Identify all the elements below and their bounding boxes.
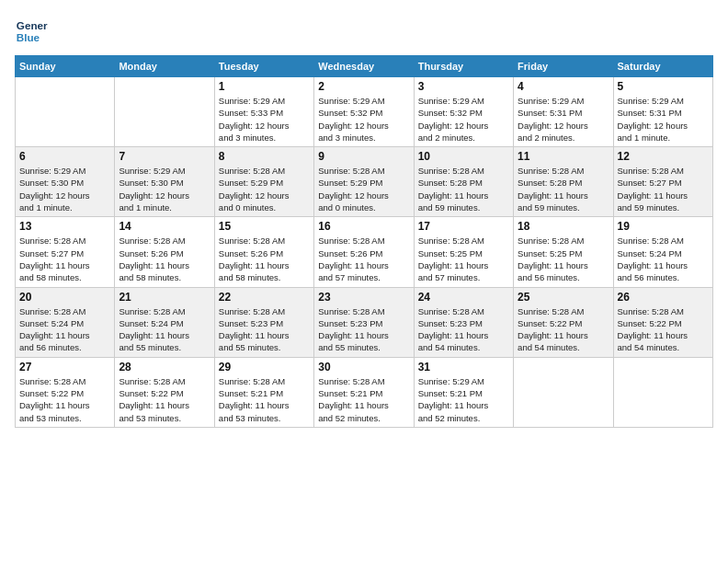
calendar-cell: 4Sunrise: 5:29 AM Sunset: 5:31 PM Daylig… [514,77,613,147]
day-number: 9 [318,150,409,163]
day-info: Sunrise: 5:28 AM Sunset: 5:26 PM Dayligh… [318,235,409,283]
day-number: 15 [219,220,310,233]
day-info: Sunrise: 5:28 AM Sunset: 5:29 PM Dayligh… [318,165,409,213]
calendar-table: SundayMondayTuesdayWednesdayThursdayFrid… [15,55,713,428]
calendar-header-row: SundayMondayTuesdayWednesdayThursdayFrid… [16,56,713,77]
calendar-cell: 23Sunrise: 5:28 AM Sunset: 5:23 PM Dayli… [314,287,414,357]
calendar-cell [514,357,613,427]
day-info: Sunrise: 5:29 AM Sunset: 5:32 PM Dayligh… [418,95,509,144]
day-number: 18 [518,220,609,233]
day-info: Sunrise: 5:28 AM Sunset: 5:21 PM Dayligh… [318,375,409,424]
day-header-saturday: Saturday [613,56,712,77]
calendar-cell: 25Sunrise: 5:28 AM Sunset: 5:22 PM Dayli… [514,287,613,357]
day-number: 30 [318,361,409,373]
day-number: 17 [418,220,509,233]
day-number: 8 [219,150,310,163]
day-number: 11 [518,150,609,163]
calendar-week-5: 27Sunrise: 5:28 AM Sunset: 5:22 PM Dayli… [16,357,713,427]
calendar-cell: 16Sunrise: 5:28 AM Sunset: 5:26 PM Dayli… [314,217,414,287]
day-number: 24 [418,291,509,304]
day-number: 2 [318,80,409,93]
calendar-cell: 19Sunrise: 5:28 AM Sunset: 5:24 PM Dayli… [613,217,712,287]
day-header-monday: Monday [115,56,214,77]
day-info: Sunrise: 5:29 AM Sunset: 5:30 PM Dayligh… [119,165,210,213]
day-info: Sunrise: 5:28 AM Sunset: 5:24 PM Dayligh… [19,305,110,354]
day-info: Sunrise: 5:28 AM Sunset: 5:25 PM Dayligh… [518,235,609,283]
day-number: 26 [618,291,709,304]
day-number: 14 [119,220,210,233]
day-number: 20 [19,291,110,304]
day-info: Sunrise: 5:28 AM Sunset: 5:23 PM Dayligh… [318,305,409,354]
day-info: Sunrise: 5:28 AM Sunset: 5:24 PM Dayligh… [618,235,709,283]
logo: General Blue [15,15,48,48]
svg-text:General: General [17,19,48,31]
day-info: Sunrise: 5:28 AM Sunset: 5:25 PM Dayligh… [418,235,509,283]
calendar-cell: 17Sunrise: 5:28 AM Sunset: 5:25 PM Dayli… [414,217,513,287]
day-info: Sunrise: 5:28 AM Sunset: 5:23 PM Dayligh… [418,305,509,354]
day-number: 10 [418,150,509,163]
day-number: 5 [618,80,709,93]
calendar-cell [16,77,115,147]
day-number: 22 [219,291,310,304]
calendar-cell: 11Sunrise: 5:28 AM Sunset: 5:28 PM Dayli… [514,147,613,217]
calendar-cell: 20Sunrise: 5:28 AM Sunset: 5:24 PM Dayli… [16,287,115,357]
day-number: 16 [318,220,409,233]
calendar-cell: 5Sunrise: 5:29 AM Sunset: 5:31 PM Daylig… [613,77,712,147]
day-number: 1 [219,80,310,93]
day-number: 6 [19,150,110,163]
calendar-cell: 28Sunrise: 5:28 AM Sunset: 5:22 PM Dayli… [115,357,214,427]
calendar-cell: 15Sunrise: 5:28 AM Sunset: 5:26 PM Dayli… [214,217,313,287]
day-info: Sunrise: 5:28 AM Sunset: 5:27 PM Dayligh… [19,235,110,283]
day-number: 4 [518,80,609,93]
calendar-cell: 14Sunrise: 5:28 AM Sunset: 5:26 PM Dayli… [115,217,214,287]
calendar-cell: 9Sunrise: 5:28 AM Sunset: 5:29 PM Daylig… [314,147,414,217]
calendar-cell [115,77,214,147]
svg-text:Blue: Blue [17,31,40,43]
day-header-sunday: Sunday [16,56,115,77]
day-header-tuesday: Tuesday [214,56,313,77]
day-number: 13 [19,220,110,233]
day-number: 19 [618,220,709,233]
day-number: 27 [19,361,110,373]
day-info: Sunrise: 5:28 AM Sunset: 5:22 PM Dayligh… [19,375,110,424]
day-info: Sunrise: 5:28 AM Sunset: 5:28 PM Dayligh… [418,165,509,213]
calendar-cell: 3Sunrise: 5:29 AM Sunset: 5:32 PM Daylig… [414,77,513,147]
calendar-cell: 26Sunrise: 5:28 AM Sunset: 5:22 PM Dayli… [613,287,712,357]
day-info: Sunrise: 5:29 AM Sunset: 5:21 PM Dayligh… [418,375,509,424]
calendar-cell: 18Sunrise: 5:28 AM Sunset: 5:25 PM Dayli… [514,217,613,287]
day-number: 12 [618,150,709,163]
day-info: Sunrise: 5:29 AM Sunset: 5:32 PM Dayligh… [318,95,409,144]
calendar-cell [613,357,712,427]
calendar-cell: 10Sunrise: 5:28 AM Sunset: 5:28 PM Dayli… [414,147,513,217]
day-info: Sunrise: 5:29 AM Sunset: 5:33 PM Dayligh… [219,95,310,144]
logo-icon: General Blue [15,15,48,48]
calendar-week-3: 13Sunrise: 5:28 AM Sunset: 5:27 PM Dayli… [16,217,713,287]
day-info: Sunrise: 5:29 AM Sunset: 5:30 PM Dayligh… [19,165,110,213]
day-number: 3 [418,80,509,93]
day-number: 21 [119,291,210,304]
day-number: 25 [518,291,609,304]
day-info: Sunrise: 5:28 AM Sunset: 5:27 PM Dayligh… [618,165,709,213]
day-info: Sunrise: 5:29 AM Sunset: 5:31 PM Dayligh… [518,95,609,144]
calendar-cell: 21Sunrise: 5:28 AM Sunset: 5:24 PM Dayli… [115,287,214,357]
calendar-cell: 2Sunrise: 5:29 AM Sunset: 5:32 PM Daylig… [314,77,414,147]
day-info: Sunrise: 5:28 AM Sunset: 5:22 PM Dayligh… [518,305,609,354]
day-number: 28 [119,361,210,373]
day-info: Sunrise: 5:28 AM Sunset: 5:22 PM Dayligh… [119,375,210,424]
day-header-wednesday: Wednesday [314,56,414,77]
calendar-week-4: 20Sunrise: 5:28 AM Sunset: 5:24 PM Dayli… [16,287,713,357]
day-info: Sunrise: 5:29 AM Sunset: 5:31 PM Dayligh… [618,95,709,144]
calendar-cell: 13Sunrise: 5:28 AM Sunset: 5:27 PM Dayli… [16,217,115,287]
day-number: 29 [219,361,310,373]
calendar-cell: 6Sunrise: 5:29 AM Sunset: 5:30 PM Daylig… [16,147,115,217]
calendar-week-2: 6Sunrise: 5:29 AM Sunset: 5:30 PM Daylig… [16,147,713,217]
day-number: 7 [119,150,210,163]
day-info: Sunrise: 5:28 AM Sunset: 5:23 PM Dayligh… [219,305,310,354]
calendar-cell: 30Sunrise: 5:28 AM Sunset: 5:21 PM Dayli… [314,357,414,427]
day-info: Sunrise: 5:28 AM Sunset: 5:24 PM Dayligh… [119,305,210,354]
calendar-cell: 27Sunrise: 5:28 AM Sunset: 5:22 PM Dayli… [16,357,115,427]
day-number: 31 [418,361,509,373]
calendar-cell: 12Sunrise: 5:28 AM Sunset: 5:27 PM Dayli… [613,147,712,217]
calendar-cell: 7Sunrise: 5:29 AM Sunset: 5:30 PM Daylig… [115,147,214,217]
day-number: 23 [318,291,409,304]
